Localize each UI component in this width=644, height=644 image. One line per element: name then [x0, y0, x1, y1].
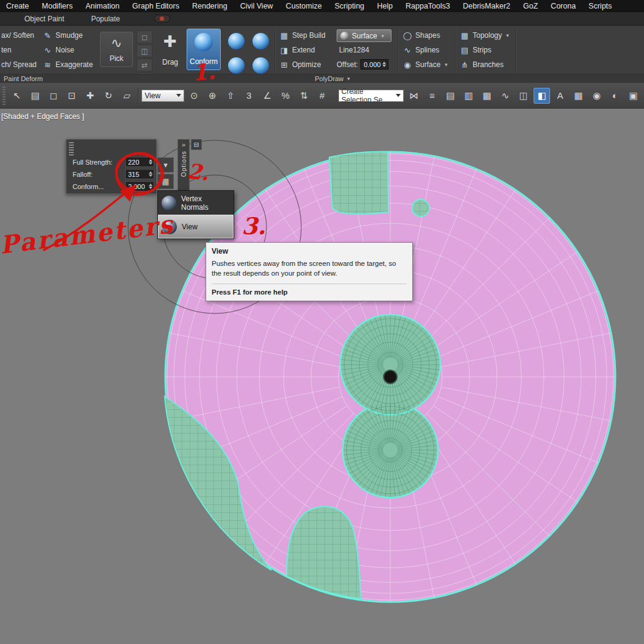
conform-brush-rotate-icon[interactable] [249, 29, 272, 52]
marquee-rect-icon[interactable]: ◻ [45, 88, 62, 104]
freeform-commit-icon[interactable]: ◻ [137, 30, 152, 43]
scale-icon[interactable]: ▱ [118, 88, 135, 104]
brush-options-button[interactable]: ▦ [157, 174, 174, 189]
menu-item[interactable]: Scripting [335, 2, 365, 10]
menu-item[interactable]: Animation [85, 2, 120, 10]
offset-field[interactable]: 0.000 [360, 59, 388, 70]
drag-label: Drag [162, 58, 178, 66]
layer-manager-icon[interactable]: ▤ [442, 88, 459, 104]
named-selection-combo[interactable]: Create Selection Se [338, 90, 404, 102]
named-selection-icon[interactable]: # [314, 88, 331, 104]
menu-item[interactable]: DebrisMaker2 [463, 2, 510, 10]
optimize-tool[interactable]: ⊞ Optimize [279, 60, 326, 70]
pick-button[interactable]: ∿ Pick [100, 32, 133, 67]
align-icon[interactable]: ≡ [424, 88, 440, 104]
paint-deform-tool[interactable]: ten [1, 45, 37, 55]
splines-tool[interactable]: ∿ Splines [402, 45, 448, 55]
tool-label: Surface [415, 60, 440, 69]
mirror-icon[interactable]: ⋈ [406, 88, 422, 104]
panel-title-polydraw[interactable]: PolyDraw ▾ [315, 75, 350, 82]
shapes-tool[interactable]: ◯ Shapes [402, 30, 448, 40]
isolate-up-icon[interactable]: ⇧ [223, 88, 239, 104]
drag-button[interactable]: ✚ Drag [156, 29, 184, 70]
dock-toggle-button[interactable]: ⊟ [191, 139, 202, 150]
step-build-tool[interactable]: ▦ Step Build [279, 30, 326, 40]
snap-center-icon[interactable]: ⊕ [204, 88, 221, 104]
freeform-preview-icon[interactable]: ◫ [137, 45, 152, 57]
menu-item[interactable]: Graph Editors [132, 2, 179, 10]
tab-populate[interactable]: Populate [91, 15, 120, 23]
caddy-value-field[interactable]: 2,000 [125, 181, 154, 191]
ribbon-toggle-icon[interactable]: ▦ [479, 88, 495, 104]
snap-3d-icon[interactable]: 3 [241, 88, 257, 104]
spinner-snap-icon[interactable]: ⇅ [296, 88, 312, 104]
render-frame-icon[interactable]: ▣ [625, 88, 642, 104]
tool-icon: ▤ [460, 46, 470, 55]
panel-title-paint-deform[interactable]: Paint Deform [4, 75, 43, 82]
menu-item[interactable]: Customize [286, 2, 322, 10]
angle-snap-icon[interactable]: ∠ [259, 88, 276, 104]
topology-tool[interactable]: ▦ Topology ▾ [460, 30, 509, 40]
spinner-icon[interactable] [382, 62, 386, 67]
percent-snap-icon[interactable]: % [277, 88, 294, 104]
pivot-icon[interactable]: ⊙ [186, 88, 202, 104]
paint-deform-tool[interactable]: ch/ Spread [1, 60, 37, 70]
select-by-name-icon[interactable]: ▤ [27, 88, 43, 104]
world-icon[interactable]: ◉ [589, 88, 605, 104]
spinner-icon[interactable] [149, 171, 152, 177]
extend-tool[interactable]: ◨ Extend [279, 45, 326, 55]
options-tab[interactable]: » Options [177, 139, 190, 194]
render-setup-icon[interactable]: ◐ [607, 88, 623, 104]
menu-item[interactable]: RappaTools3 [406, 2, 450, 10]
menu-item[interactable]: Modifiers [42, 2, 73, 10]
menu-item[interactable]: Create [6, 2, 29, 10]
viewport-shading-label[interactable]: [Shaded + Edged Faces ] [1, 112, 84, 121]
ribbon-config-button[interactable] [154, 15, 170, 23]
caddy-value-field[interactable]: 315 [125, 169, 154, 179]
paint-select-icon[interactable]: ⊡ [63, 88, 80, 104]
freeform-swap-icon[interactable]: ⇄ [137, 59, 152, 71]
caddy-grip[interactable] [69, 142, 74, 156]
caddy-value-field[interactable]: 220 [125, 157, 154, 167]
falloff-curve-button[interactable]: ▾ [157, 157, 174, 173]
spinner-icon[interactable] [149, 184, 152, 189]
select-object-icon[interactable]: ↖ [9, 88, 25, 104]
paint-deform-tool[interactable]: ax/ Soften [1, 30, 37, 40]
schematic-view-icon[interactable]: ◫ [515, 88, 532, 104]
strips-tool[interactable]: ▤ Strips [460, 45, 509, 55]
reference-coordinate-dropdown[interactable]: View [141, 90, 184, 102]
conform-button[interactable]: Conform [187, 29, 221, 70]
selected-faces-small-circle [412, 199, 429, 216]
rotate-icon[interactable]: ↻ [100, 88, 116, 104]
paint-deform-caddy[interactable]: Full Strength: 220 Falloff: 315 Conf [66, 139, 157, 194]
curve-editor-icon[interactable]: ∿ [497, 88, 513, 104]
mini-glyph: ◻ [141, 33, 148, 41]
conform-brush-move-icon[interactable] [224, 29, 248, 52]
menu-item[interactable]: Help [377, 2, 393, 10]
chevron-down-icon: ▾ [347, 76, 350, 82]
spreadsheet-icon[interactable]: ▦ [570, 88, 587, 104]
scene-explorer-icon[interactable]: ▥ [460, 88, 477, 104]
viewport[interactable]: [Shaded + Edged Faces ] [0, 109, 644, 644]
branches-tool[interactable]: ⋔ Branches [460, 60, 509, 70]
noise-tool[interactable]: ∿ Noise [43, 45, 93, 55]
menu-item[interactable]: Corona [551, 2, 576, 10]
tool-icon: ∿ [402, 46, 412, 55]
menu-option[interactable]: View [158, 215, 234, 238]
menu-item[interactable]: Scripts [589, 2, 612, 10]
move-icon[interactable]: ✚ [82, 88, 98, 104]
spinner-icon[interactable] [149, 159, 152, 165]
surface-mode-button[interactable]: Surface ▾ [337, 29, 392, 42]
smudge-tool[interactable]: ✎ Smudge [43, 30, 93, 40]
surface-tool[interactable]: ◉ Surface ▾ [402, 60, 448, 70]
tab-object-paint[interactable]: Object Paint [24, 15, 64, 23]
menu-option-label: View [182, 223, 198, 231]
viewport-layout-icon[interactable]: ◧ [534, 88, 550, 104]
text-table-icon[interactable]: A [552, 88, 568, 104]
menu-option[interactable]: Vertex Normals [158, 191, 234, 215]
menu-item[interactable]: GoZ [523, 2, 538, 10]
menu-item[interactable]: Civil View [240, 2, 273, 10]
toolbar-grip[interactable] [2, 87, 5, 105]
exaggerate-tool[interactable]: ≋ Exaggerate [43, 60, 93, 70]
menu-item[interactable]: Rendering [192, 2, 227, 10]
